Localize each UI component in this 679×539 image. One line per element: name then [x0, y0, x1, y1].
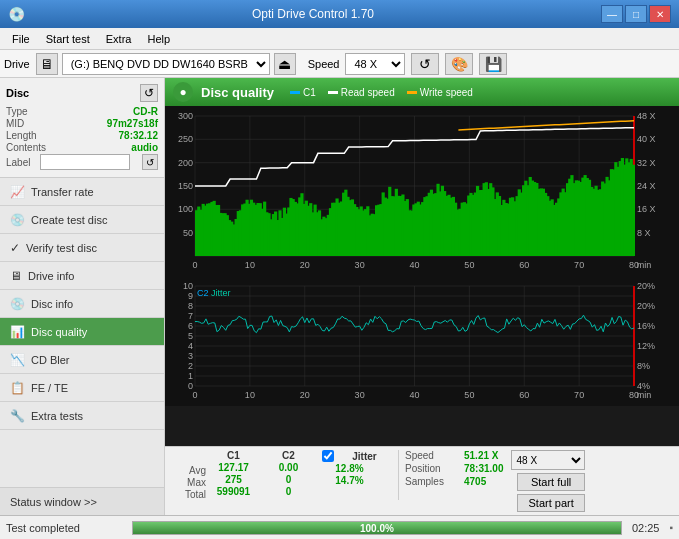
menu-starttest[interactable]: Start test — [38, 31, 98, 47]
minimize-button[interactable]: — — [601, 5, 623, 23]
speed-select-stats[interactable]: 48 X — [511, 450, 584, 470]
length-label: Length — [6, 130, 37, 141]
speed-val: 51.21 X — [464, 450, 498, 461]
legend-c1: C1 — [290, 87, 316, 98]
samples-val: 4705 — [464, 476, 486, 487]
sidebar-item-disc-info[interactable]: 💿 Disc info — [0, 290, 164, 318]
content-area: ● Disc quality C1 Read speed Write speed — [165, 78, 679, 515]
stats-jitter-col: Jitter 12.8% 14.7% — [322, 450, 392, 487]
eject-icon[interactable]: ⏏ — [274, 53, 296, 75]
sidebar-item-verify-test-disc[interactable]: ✓ Verify test disc — [0, 234, 164, 262]
contents-value: audio — [131, 142, 158, 153]
sidebar-item-drive-info[interactable]: 🖥 Drive info — [0, 262, 164, 290]
disc-quality-icon: 📊 — [10, 325, 25, 339]
jitter-max: 14.7% — [322, 475, 377, 486]
drivebar: Drive 🖥 (G:) BENQ DVD DD DW1640 BSRB ⏏ S… — [0, 50, 679, 78]
stats-right: 48 X Start full Start part — [511, 450, 584, 512]
position-val: 78:31.00 — [464, 463, 503, 474]
maximize-button[interactable]: □ — [625, 5, 647, 23]
legend-read-speed: Read speed — [328, 87, 395, 98]
fe-te-icon: 📋 — [10, 381, 25, 395]
sidebar-item-cd-bler[interactable]: 📉 CD Bler — [0, 346, 164, 374]
disc-quality-header-icon: ● — [173, 82, 193, 102]
status-time: 02:25 — [632, 522, 660, 534]
sidebar-nav: 📈 Transfer rate 💿 Create test disc ✓ Ver… — [0, 178, 164, 487]
speed-key: Speed — [405, 450, 460, 461]
jitter-avg: 12.8% — [322, 463, 377, 474]
c1-header: C1 — [206, 450, 261, 461]
charts-container — [165, 106, 679, 446]
app-icon: 💿 — [8, 6, 25, 22]
type-value: CD-R — [133, 106, 158, 117]
label-refresh-icon[interactable]: ↺ — [142, 154, 158, 170]
menu-file[interactable]: File — [4, 31, 38, 47]
chart-legend: C1 Read speed Write speed — [290, 87, 473, 98]
start-part-button[interactable]: Start part — [517, 494, 584, 512]
speed-info: Speed 51.21 X Position 78:31.00 Samples … — [405, 450, 503, 487]
refresh-icon[interactable]: ↺ — [411, 53, 439, 75]
legend-write-speed: Write speed — [407, 87, 473, 98]
c1-total: 599091 — [206, 486, 261, 497]
total-label: Total — [171, 489, 206, 500]
status-indicator-icon: ▪ — [669, 522, 673, 533]
drive-select[interactable]: (G:) BENQ DVD DD DW1640 BSRB — [62, 53, 270, 75]
type-label: Type — [6, 106, 28, 117]
progress-bar: 100.0% — [132, 521, 622, 535]
stats-c1-col: C1 127.17 275 599091 — [206, 450, 261, 497]
sidebar-item-disc-quality[interactable]: 📊 Disc quality — [0, 318, 164, 346]
label-input[interactable] — [40, 154, 130, 170]
cd-bler-icon: 📉 — [10, 353, 25, 367]
statusbar: Test completed 100.0% 02:25 ▪ — [0, 515, 679, 539]
extra-tests-icon: 🔧 — [10, 409, 25, 423]
position-key: Position — [405, 463, 460, 474]
c2-avg: 0.00 — [261, 462, 316, 473]
sidebar-item-create-test-disc[interactable]: 💿 Create test disc — [0, 206, 164, 234]
window-controls: — □ ✕ — [601, 5, 671, 23]
drive-icon[interactable]: 🖥 — [36, 53, 58, 75]
contents-label: Contents — [6, 142, 46, 153]
close-button[interactable]: ✕ — [649, 5, 671, 23]
main-layout: Disc ↺ Type CD-R MID 97m27s18f Length 78… — [0, 78, 679, 515]
sidebar-item-transfer-rate[interactable]: 📈 Transfer rate — [0, 178, 164, 206]
sidebar-item-extra-tests[interactable]: 🔧 Extra tests — [0, 402, 164, 430]
disc-refresh-icon[interactable]: ↺ — [140, 84, 158, 102]
disc-info-icon: 💿 — [10, 297, 25, 311]
menu-extra[interactable]: Extra — [98, 31, 140, 47]
disc-panel-title: Disc — [6, 87, 29, 99]
color-icon[interactable]: 🎨 — [445, 53, 473, 75]
stats-labels-col: Avg Max Total — [171, 450, 206, 500]
sidebar-item-fe-te[interactable]: 📋 FE / TE — [0, 374, 164, 402]
top-chart — [165, 106, 679, 276]
speed-select-drive[interactable]: 48 X — [345, 53, 405, 75]
mid-label: MID — [6, 118, 24, 129]
start-buttons: Start full Start part — [517, 473, 584, 512]
status-window-button[interactable]: Status window >> — [0, 487, 164, 515]
menu-help[interactable]: Help — [139, 31, 178, 47]
status-text: Test completed — [6, 522, 126, 534]
verify-test-disc-icon: ✓ — [10, 241, 20, 255]
app-title: Opti Drive Control 1.70 — [25, 7, 601, 21]
disc-quality-title: Disc quality — [201, 85, 274, 100]
disc-info-panel: Disc ↺ Type CD-R MID 97m27s18f Length 78… — [0, 78, 164, 178]
bottom-chart — [165, 276, 679, 406]
save-icon[interactable]: 💾 — [479, 53, 507, 75]
write-speed-legend-dot — [407, 91, 417, 94]
c1-max: 275 — [206, 474, 261, 485]
disc-quality-header: ● Disc quality C1 Read speed Write speed — [165, 78, 679, 106]
c2-max: 0 — [261, 474, 316, 485]
stats-bar: Avg Max Total C1 127.17 275 — [165, 446, 679, 515]
jitter-checkbox[interactable] — [322, 450, 334, 462]
label-field-label: Label — [6, 157, 30, 168]
sidebar: Disc ↺ Type CD-R MID 97m27s18f Length 78… — [0, 78, 165, 515]
length-value: 78:32.12 — [119, 130, 158, 141]
jitter-header: Jitter — [337, 451, 392, 462]
max-label: Max — [171, 477, 206, 488]
drive-label: Drive — [4, 58, 30, 70]
avg-label: Avg — [171, 465, 206, 476]
menubar: File Start test Extra Help — [0, 28, 679, 50]
c1-avg: 127.17 — [206, 462, 261, 473]
c2-total: 0 — [261, 486, 316, 497]
speed-label: Speed — [308, 58, 340, 70]
samples-key: Samples — [405, 476, 460, 487]
start-full-button[interactable]: Start full — [517, 473, 584, 491]
